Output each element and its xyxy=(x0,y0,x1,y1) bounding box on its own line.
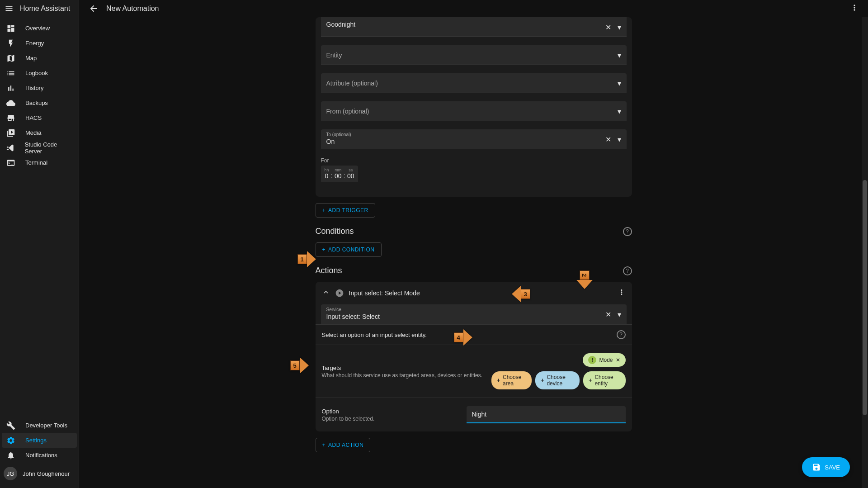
sidebar-item-label: Terminal xyxy=(25,159,47,166)
nav-list: Overview Energy Map Logbook History Back… xyxy=(0,17,79,418)
chevron-down-icon[interactable]: ▾ xyxy=(618,79,621,87)
goodnight-field[interactable]: Goodnight ✕ ▾ xyxy=(321,17,627,37)
terminal-icon xyxy=(5,157,16,168)
choose-entity-chip[interactable]: + Choose entity xyxy=(583,371,625,389)
sidebar-item-media[interactable]: Media xyxy=(0,125,79,140)
sidebar-item-map[interactable]: Map xyxy=(0,51,79,66)
hh-value[interactable]: 0 xyxy=(325,172,329,180)
entity-field[interactable]: Entity ▾ xyxy=(321,45,627,65)
plus-icon: + xyxy=(541,377,544,384)
play-icon xyxy=(5,128,16,138)
chevron-up-icon[interactable] xyxy=(322,288,330,298)
attribute-field[interactable]: Attribute (optional) ▾ xyxy=(321,73,627,93)
sidebar-item-label: Settings xyxy=(25,437,47,444)
close-icon[interactable]: ✕ xyxy=(616,357,620,363)
help-icon[interactable]: ? xyxy=(617,330,626,339)
list-icon xyxy=(5,68,16,79)
dashboard-icon xyxy=(5,23,16,34)
save-icon xyxy=(812,463,821,472)
sidebar-item-terminal[interactable]: Terminal xyxy=(0,155,79,170)
targets-title: Targets xyxy=(322,365,483,371)
option-input[interactable] xyxy=(467,406,626,423)
action-body: Service Input select: Select ✕ ▾ Select … xyxy=(316,304,632,431)
sidebar-item-notifications[interactable]: Notifications xyxy=(0,448,79,463)
service-desc-row: Select an option of an input select enti… xyxy=(316,324,632,345)
from-label: From (optional) xyxy=(326,108,369,115)
clear-icon[interactable]: ✕ xyxy=(605,310,611,318)
choose-area-chip[interactable]: + Choose area xyxy=(491,371,532,389)
help-icon[interactable]: ? xyxy=(623,227,632,236)
chevron-down-icon[interactable]: ▾ xyxy=(618,51,621,59)
chevron-down-icon[interactable]: ▾ xyxy=(618,135,621,143)
sidebar-item-history[interactable]: History xyxy=(0,81,79,95)
info-icon: ! xyxy=(588,356,596,364)
add-trigger-button[interactable]: + ADD TRIGGER xyxy=(316,203,375,218)
add-condition-button[interactable]: + ADD CONDITION xyxy=(316,242,382,257)
sidebar-item-hacs[interactable]: HACS xyxy=(0,110,79,125)
sidebar-item-studio-code[interactable]: Studio Code Server xyxy=(0,140,79,155)
targets-row: Targets What should this service use as … xyxy=(316,345,632,398)
action-title: Input select: Select Mode xyxy=(349,289,420,297)
more-icon[interactable] xyxy=(618,288,626,298)
sidebar-item-backups[interactable]: Backups xyxy=(0,95,79,110)
entity-label: Entity xyxy=(326,52,342,59)
to-label: To (optional) xyxy=(326,132,351,137)
chevron-down-icon[interactable]: ▾ xyxy=(618,107,621,115)
option-title: Option xyxy=(322,408,458,415)
chevron-down-icon[interactable]: ▾ xyxy=(618,310,621,318)
sidebar-item-label: Map xyxy=(25,55,37,62)
clear-icon[interactable]: ✕ xyxy=(605,23,611,31)
action-header: Input select: Select Mode xyxy=(316,282,632,304)
service-field[interactable]: Service Input select: Select ✕ ▾ xyxy=(321,304,627,324)
help-icon[interactable]: ? xyxy=(623,266,632,275)
user-name: John Goughenour xyxy=(23,470,70,477)
sidebar-item-label: Notifications xyxy=(25,452,57,459)
main: New Automation Goodnight ✕ ▾ Entity ▾ At… xyxy=(79,0,868,488)
for-inputs[interactable]: hh0 : mm00 : ss00 xyxy=(321,166,358,182)
app-title: Home Assistant xyxy=(20,5,70,13)
service-value: Input select: Select xyxy=(326,313,380,320)
sidebar-item-label: Backups xyxy=(25,99,48,106)
service-icon xyxy=(335,288,344,298)
sidebar: Home Assistant Overview Energy Map Logbo… xyxy=(0,0,79,488)
from-field[interactable]: From (optional) ▾ xyxy=(321,101,627,121)
actions-title: Actions ? xyxy=(316,266,632,275)
scrollbar[interactable] xyxy=(862,17,868,488)
for-section: For hh0 : mm00 : ss00 xyxy=(321,157,627,182)
sidebar-item-energy[interactable]: Energy xyxy=(0,36,79,51)
page-title: New Automation xyxy=(106,5,159,13)
scrollbar-thumb[interactable] xyxy=(863,180,867,415)
sidebar-item-logbook[interactable]: Logbook xyxy=(0,66,79,81)
chart-icon xyxy=(5,83,16,94)
more-icon[interactable] xyxy=(850,3,859,14)
sidebar-item-settings[interactable]: Settings xyxy=(2,433,77,448)
back-button[interactable] xyxy=(88,3,99,14)
save-button[interactable]: SAVE xyxy=(802,457,850,477)
sidebar-item-devtools[interactable]: Developer Tools xyxy=(0,418,79,433)
gear-icon xyxy=(5,435,16,446)
conditions-title: Conditions ? xyxy=(316,227,632,236)
sidebar-item-overview[interactable]: Overview xyxy=(0,21,79,36)
trigger-card: Goodnight ✕ ▾ Entity ▾ Attribute (option… xyxy=(316,17,632,197)
clear-icon[interactable]: ✕ xyxy=(605,135,611,143)
option-sub: Option to be selected. xyxy=(322,416,458,422)
for-label: For xyxy=(321,157,627,164)
hamburger-icon[interactable] xyxy=(4,3,14,14)
plus-icon: + xyxy=(589,377,592,384)
sidebar-item-label: Developer Tools xyxy=(25,422,67,429)
store-icon xyxy=(5,113,16,123)
chevron-down-icon[interactable]: ▾ xyxy=(618,23,621,31)
plus-icon: + xyxy=(322,442,326,448)
add-action-button[interactable]: + ADD ACTION xyxy=(316,438,371,452)
ss-value[interactable]: 00 xyxy=(347,172,354,180)
user-row[interactable]: JG John Goughenour xyxy=(0,463,79,484)
sidebar-item-label: Logbook xyxy=(25,70,48,76)
sidebar-item-label: History xyxy=(25,85,43,91)
option-row: Option Option to be selected. xyxy=(316,398,632,431)
sidebar-bottom: Developer Tools Settings Notifications J… xyxy=(0,418,79,488)
to-field[interactable]: To (optional) On ✕ ▾ xyxy=(321,129,627,149)
mm-value[interactable]: 00 xyxy=(335,172,342,180)
choose-device-chip[interactable]: + Choose device xyxy=(535,371,580,389)
mode-chip[interactable]: ! Mode ✕ xyxy=(583,353,625,367)
to-value: On xyxy=(326,138,335,145)
